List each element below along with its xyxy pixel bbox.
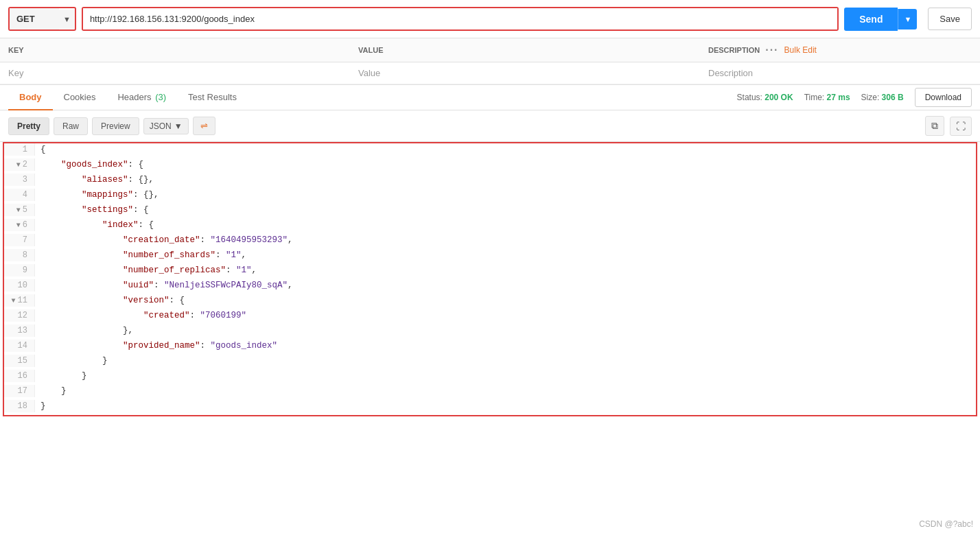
json-key: "version"	[123, 296, 170, 305]
table-row: 1{	[4, 143, 976, 158]
format-label: JSON	[150, 121, 172, 131]
json-plain: ,	[252, 265, 257, 275]
json-key: "mappings"	[82, 190, 133, 200]
code-line-content: }	[35, 400, 976, 412]
wrap-icon: ⇌	[200, 121, 208, 131]
json-key: "uuid"	[123, 281, 154, 290]
expand-icon: ⛶	[956, 121, 966, 132]
code-line-content: },	[35, 324, 976, 337]
toggle-arrow[interactable]: ▼	[16, 206, 21, 214]
send-button[interactable]: Send	[844, 8, 898, 31]
line-number: 17	[4, 385, 35, 397]
tab-cookies[interactable]: Cookies	[53, 85, 107, 110]
json-plain: : {},	[133, 190, 159, 200]
json-plain	[40, 190, 82, 200]
json-plain	[40, 205, 82, 215]
key-column-header: KEY	[0, 38, 350, 62]
json-key: "number_of_replicas"	[123, 265, 226, 275]
response-tabs: Body Cookies Headers (3) Test Results	[8, 85, 248, 110]
size-value: 306 B	[882, 93, 904, 102]
description-placeholder[interactable]: Description	[700, 62, 980, 84]
status-value: 200 OK	[765, 93, 793, 102]
json-key: "creation_date"	[123, 235, 200, 245]
table-row: ▼5 "settings": {	[4, 204, 976, 219]
toggle-arrow[interactable]: ▼	[16, 222, 21, 229]
status-label: Status:	[737, 93, 762, 102]
wrap-button[interactable]: ⇌	[193, 117, 215, 135]
format-bar: Pretty Raw Preview JSON ▼ ⇌ ⧉ ⛶	[0, 110, 980, 142]
json-plain: ,	[242, 250, 247, 260]
tab-body[interactable]: Body	[8, 85, 53, 110]
json-plain	[40, 235, 123, 245]
response-body: 1{▼2 "goods_index": {3 "aliases": {},4 "…	[0, 142, 980, 421]
json-plain	[40, 386, 61, 396]
json-plain: :	[215, 250, 226, 260]
json-key: "index"	[102, 220, 139, 230]
table-row: 10 "uuid": "NenljeiSSFWcPAIy80_sqA",	[4, 279, 976, 294]
format-select[interactable]: JSON ▼	[143, 118, 189, 134]
json-plain: },	[123, 326, 133, 335]
toggle-arrow[interactable]: ▼	[16, 161, 21, 169]
value-column-header: VALUE	[350, 38, 700, 62]
code-line-content: "aliases": {},	[35, 174, 976, 186]
code-line-content: "goods_index": {	[35, 158, 976, 171]
send-dropdown-button[interactable]: ▼	[898, 9, 917, 29]
line-number: 13	[4, 324, 35, 337]
code-line-content: "number_of_replicas": "1",	[35, 264, 976, 276]
line-number: 12	[4, 309, 35, 322]
copy-icon: ⧉	[931, 120, 938, 131]
tab-test-results[interactable]: Test Results	[177, 85, 248, 110]
download-button[interactable]: Download	[915, 88, 972, 107]
table-row: ▼6 "index": {	[4, 219, 976, 234]
json-plain: }	[102, 356, 108, 366]
expand-button[interactable]: ⛶	[950, 117, 972, 136]
json-plain: }	[82, 371, 87, 381]
method-select[interactable]: GET POST PUT DELETE	[10, 8, 59, 29]
json-plain	[40, 341, 123, 351]
line-number: ▼11	[4, 294, 35, 307]
json-string-value: "goods_index"	[211, 341, 278, 351]
table-row: ▼11 "version": {	[4, 294, 976, 309]
status-meta: Status: 200 OK	[737, 93, 793, 102]
json-key: "aliases"	[82, 175, 128, 185]
key-placeholder[interactable]: Key	[0, 62, 350, 84]
preview-button[interactable]: Preview	[92, 117, 139, 135]
json-plain: : {	[133, 205, 149, 215]
copy-button[interactable]: ⧉	[925, 116, 944, 136]
raw-button[interactable]: Raw	[54, 117, 88, 135]
method-dropdown-arrow[interactable]: ▼	[59, 10, 75, 29]
json-plain	[40, 371, 82, 381]
time-value: 27 ms	[827, 93, 850, 102]
description-label: DESCRIPTION	[708, 46, 760, 54]
json-brace: {	[40, 145, 46, 154]
table-row: 7 "creation_date": "1640495953293",	[4, 234, 976, 249]
format-bar-right: ⧉ ⛶	[925, 116, 972, 136]
send-btn-group: Send ▼	[844, 8, 917, 31]
json-key: "settings"	[82, 205, 133, 215]
toggle-arrow[interactable]: ▼	[12, 297, 16, 305]
json-plain: : {	[139, 220, 154, 230]
more-options-button[interactable]: ···	[765, 44, 778, 56]
headers-badge: (3)	[155, 92, 166, 102]
table-row: ▼2 "goods_index": {	[4, 158, 976, 174]
json-string-value: "NenljeiSSFWcPAIy80_sqA"	[164, 281, 288, 290]
json-string-value: "1"	[236, 265, 252, 275]
bulk-edit-link[interactable]: Bulk Edit	[784, 45, 817, 55]
code-line-content: }	[35, 385, 976, 397]
json-plain: : {	[170, 296, 185, 305]
line-number: 1	[4, 143, 35, 156]
json-brace: }	[40, 401, 46, 411]
line-number: 10	[4, 279, 35, 292]
json-key: "created"	[143, 311, 190, 320]
table-row: 15 }	[4, 355, 976, 370]
code-line-content: "mappings": {},	[35, 189, 976, 201]
value-placeholder[interactable]: Value	[350, 62, 700, 84]
code-line-content: "version": {	[35, 294, 976, 307]
url-input[interactable]	[83, 8, 837, 29]
save-button[interactable]: Save	[928, 8, 972, 30]
pretty-button[interactable]: Pretty	[8, 117, 49, 135]
response-meta: Status: 200 OK Time: 27 ms Size: 306 B D…	[737, 88, 972, 107]
json-plain	[40, 265, 123, 275]
size-label: Size:	[861, 93, 880, 102]
tab-headers[interactable]: Headers (3)	[106, 85, 177, 110]
